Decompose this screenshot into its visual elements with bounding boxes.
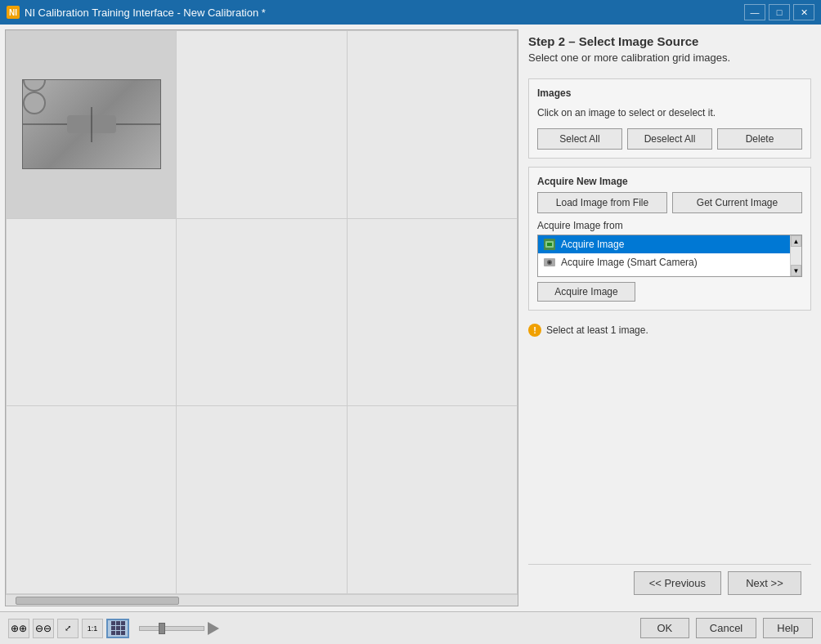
acquire-section: Acquire New Image Load Image from File G… [528,167,811,311]
svg-point-5 [549,262,551,264]
navigation-footer: << Previous Next >> [528,564,811,602]
image-grid [6,30,518,594]
next-button[interactable]: Next >> [728,571,801,595]
acquire-from-listbox[interactable]: Acquire Image Acquire Image (Smart Camer… [537,235,802,277]
bracket-center [67,115,116,133]
bottom-toolbar: ⊕ ⊖ ⤢ 1:1 OK Cancel Help [0,611,821,644]
grid-cell-8[interactable] [177,406,347,594]
zoom-100-button[interactable]: 1:1 [82,619,103,638]
list-item-acquire-image[interactable]: Acquire Image [538,235,801,253]
toolbar-right: OK Cancel Help [640,618,813,638]
toolbar-left: ⊕ ⊖ ⤢ 1:1 [8,619,219,638]
scrollbar-track [791,247,801,265]
grid-cell-2[interactable] [177,31,347,219]
list-item-label-2: Acquire Image (Smart Camera) [561,257,698,268]
step-description: Select one or more calibration grid imag… [528,51,811,64]
step-title: Step 2 – Select Image Source [528,34,811,48]
warning-icon: ! [528,324,541,337]
svg-rect-2 [547,243,552,246]
get-current-image-button[interactable]: Get Current Image [672,192,802,213]
zoom-slider-container [139,622,219,635]
close-button[interactable]: ✕ [793,4,814,20]
cell-image-1 [7,31,176,218]
horizontal-scrollbar[interactable] [6,594,518,606]
grid-cell-9[interactable] [348,406,518,594]
image-grid-panel [5,29,518,606]
cancel-button[interactable]: Cancel [696,618,756,638]
images-button-row: Select All Deselect All Delete [537,128,802,150]
list-item-acquire-smart-camera[interactable]: Acquire Image (Smart Camera) [538,253,801,271]
acquire-button-row: Load Image from File Get Current Image [537,192,802,213]
zoom-slider-arrow [208,622,219,635]
bracket-right [23,92,46,114]
restore-button[interactable]: □ [769,4,790,20]
select-all-button[interactable]: Select All [537,128,622,150]
zoom-out-button[interactable]: ⊖ [33,619,54,638]
scrollbar-up-arrow[interactable]: ▲ [791,235,801,247]
zoom-in-button[interactable]: ⊕ [8,619,29,638]
zoom-fit-button[interactable]: ⤢ [57,619,79,638]
warning-text: Select at least 1 image. [546,324,648,336]
grid-cell-6[interactable] [348,219,518,407]
ok-button[interactable]: OK [640,618,689,638]
grid-view-icon [111,621,125,635]
delete-button[interactable]: Delete [717,128,802,150]
acquire-label: Acquire New Image [537,176,802,187]
window-title: NI Calibration Training Interface - New … [25,7,266,19]
previous-button[interactable]: << Previous [634,571,721,595]
acquire-image-button[interactable]: Acquire Image [537,282,635,302]
warning-row: ! Select at least 1 image. [528,319,811,342]
spacer [528,350,811,556]
images-sublabel: Click on an image to select or deselect … [537,107,802,119]
bracket-left [23,79,46,92]
calibration-image-thumbnail [22,79,161,169]
content-area: Step 2 – Select Image Source Select one … [0,25,821,611]
right-panel: Step 2 – Select Image Source Select one … [518,25,821,611]
grid-cell-1[interactable] [7,31,177,219]
grid-cell-7[interactable] [7,406,177,594]
images-section: Images Click on an image to select or de… [528,78,811,159]
images-label: Images [537,87,802,99]
main-window: Step 2 – Select Image Source Select one … [0,25,821,644]
help-button[interactable]: Help [763,618,813,638]
listbox-scrollbar[interactable]: ▲ ▼ [790,235,801,276]
acquire-image-icon [543,238,556,251]
scrollbar-thumb[interactable] [16,597,179,605]
list-item-label-1: Acquire Image [561,239,624,250]
scrollbar-down-arrow[interactable]: ▼ [791,265,801,276]
grid-cell-4[interactable] [7,219,177,407]
title-bar: NI NI Calibration Training Interface - N… [0,0,821,25]
app-icon: NI [7,6,20,19]
grid-cell-3[interactable] [348,31,518,219]
minimize-button[interactable]: — [744,4,765,20]
grid-view-button[interactable] [106,619,129,638]
deselect-all-button[interactable]: Deselect All [627,128,712,150]
grid-cell-5[interactable] [177,219,347,407]
load-image-button[interactable]: Load Image from File [537,192,667,213]
zoom-slider[interactable] [139,626,204,631]
acquire-from-label: Acquire Image from [537,220,802,231]
smart-camera-icon [543,256,556,269]
